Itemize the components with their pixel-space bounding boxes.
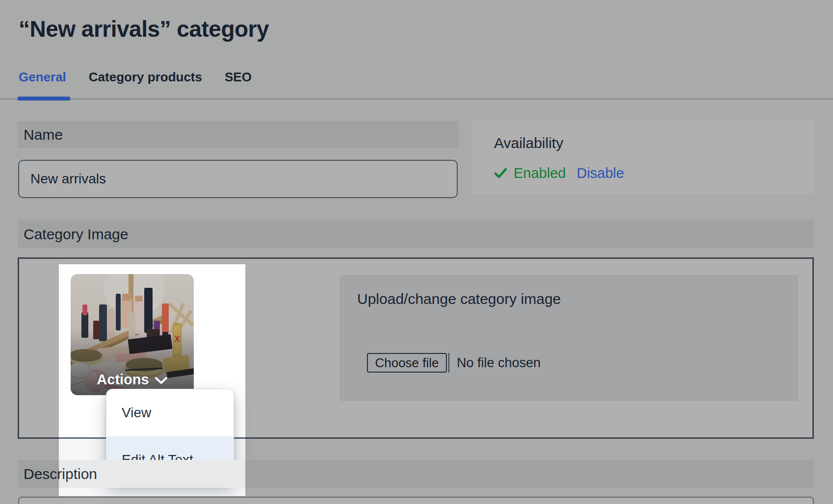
file-input-divider (448, 353, 449, 373)
status-badge: Enabled (514, 165, 566, 181)
name-label: Name (24, 126, 63, 143)
availability-title: Availability (494, 135, 563, 151)
active-tab-underline (18, 97, 70, 101)
no-file-chosen-text: No file chosen (457, 355, 541, 371)
menu-item-view[interactable]: View (106, 389, 234, 436)
name-input[interactable]: New arrivals (18, 160, 458, 198)
category-image-section-header: Category Image (18, 221, 814, 248)
page-title: “New arrivals” category (19, 16, 269, 42)
name-section-header: Name (18, 121, 459, 148)
tab-category-products[interactable]: Category products (89, 70, 202, 85)
tab-bar: General Category products SEO (19, 70, 252, 85)
chevron-down-icon (155, 377, 168, 385)
description-editor[interactable] (18, 497, 814, 504)
upload-heading: Upload/change category image (357, 291, 561, 307)
name-input-value: New arrivals (30, 171, 106, 187)
tab-bar-divider (0, 99, 833, 100)
disable-link[interactable]: Disable (576, 165, 624, 181)
checkmark-icon (494, 167, 507, 179)
upload-card: Upload/change category image Choose file… (339, 275, 798, 401)
category-image-label: Category Image (24, 226, 128, 243)
file-input: Choose file No file chosen (367, 353, 541, 373)
choose-file-button[interactable]: Choose file (367, 353, 447, 373)
actions-button-label: Actions (97, 372, 149, 388)
tab-seo[interactable]: SEO (225, 70, 252, 85)
actions-button[interactable]: Actions (71, 371, 194, 388)
tab-general[interactable]: General (19, 70, 66, 85)
category-edit-page: “New arrivals” category General Category… (0, 0, 833, 504)
description-label: Description (24, 466, 97, 482)
availability-card: Availability Enabled Disable (472, 120, 814, 195)
description-section-header: Description (18, 460, 814, 488)
availability-status-row: Enabled Disable (494, 165, 624, 181)
